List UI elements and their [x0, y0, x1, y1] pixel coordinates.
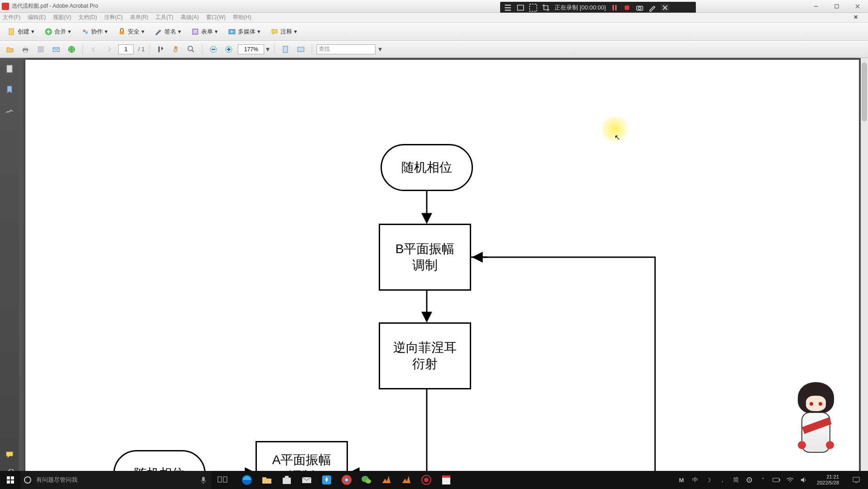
wechat-icon[interactable]	[361, 474, 372, 486]
svg-rect-22	[298, 47, 304, 52]
minimize-button[interactable]	[805, 0, 826, 13]
menu-window[interactable]: 窗口(W)	[206, 14, 226, 21]
recorder-close-icon[interactable]	[661, 4, 669, 12]
menubar: 文件(F) 编辑(E) 视图(V) 文档(D) 注释(C) 表单(R) 工具(T…	[0, 13, 868, 23]
multimedia-button[interactable]: 多媒体▾	[224, 25, 265, 38]
comment-button[interactable]: 注释▾	[266, 25, 301, 38]
comments-panel-icon[interactable]	[4, 449, 15, 460]
recorder-app-icon[interactable]	[420, 474, 432, 486]
ime-simp-icon[interactable]: 简	[732, 476, 740, 484]
menu-comment[interactable]: 注释(C)	[104, 14, 123, 21]
chrome-icon[interactable]	[341, 474, 352, 486]
print-icon[interactable]	[19, 43, 32, 56]
ime-lang-icon[interactable]: 中	[691, 476, 699, 484]
recorder-menu-icon[interactable]	[504, 4, 512, 12]
svg-point-47	[366, 479, 371, 484]
taskbar-clock[interactable]: 21:21 2022/5/28	[813, 474, 843, 486]
zoom-in-icon[interactable]	[222, 43, 235, 56]
desktop-pet-avatar[interactable]	[791, 382, 841, 464]
signatures-panel-icon[interactable]	[4, 105, 15, 116]
document-viewport[interactable]: ↖ 随机相位 B平面振幅调制 逆向菲涅耳衍射 随机相位 A平面振幅调制	[19, 58, 868, 485]
menu-file[interactable]: 文件(F)	[3, 14, 20, 21]
zoom-out-icon[interactable]	[207, 43, 220, 56]
sign-button[interactable]: 签名▾	[150, 25, 185, 38]
ime-comma-icon[interactable]: ，	[718, 476, 726, 484]
email-icon[interactable]	[50, 43, 63, 56]
svg-rect-23	[7, 65, 12, 72]
matlab-icon[interactable]	[381, 474, 392, 486]
fit-width-icon[interactable]	[279, 43, 292, 56]
svg-rect-39	[283, 478, 291, 484]
bookmarks-panel-icon[interactable]	[4, 84, 15, 95]
action-center-icon[interactable]	[848, 471, 864, 489]
scrollbar-thumb[interactable]	[862, 62, 867, 121]
svg-rect-40	[285, 476, 289, 478]
menu-tool[interactable]: 工具(T)	[155, 14, 173, 21]
tray-chevron-icon[interactable]: ˄	[759, 476, 767, 484]
taskbar-search[interactable]: 有问题尽管问我	[21, 471, 211, 489]
prev-page-icon[interactable]	[87, 43, 100, 56]
page-number-input[interactable]	[118, 44, 134, 54]
app-blue-icon[interactable]	[321, 474, 333, 486]
svg-rect-32	[7, 480, 10, 484]
menu-edit[interactable]: 编辑(E)	[28, 14, 46, 21]
matlab-icon-2[interactable]	[400, 474, 412, 486]
svg-rect-14	[24, 50, 27, 52]
hand-tool-icon[interactable]	[169, 43, 182, 56]
task-view-icon[interactable]	[217, 475, 227, 485]
vertical-scrollbar[interactable]	[861, 58, 868, 485]
find-dropdown-icon[interactable]: ▾	[378, 45, 382, 53]
merge-button[interactable]: 合并▾	[40, 25, 75, 38]
wifi-icon[interactable]	[786, 476, 794, 484]
next-page-icon[interactable]	[103, 43, 116, 56]
menu-document[interactable]: 文档(D)	[78, 14, 97, 21]
web-icon[interactable]	[65, 43, 78, 56]
svg-rect-35	[202, 477, 205, 481]
menu-view[interactable]: 视图(V)	[53, 14, 71, 21]
fit-page-icon[interactable]	[294, 43, 307, 56]
screen-recorder-bar[interactable]: 正在录制 [00:00:00]	[500, 2, 696, 14]
save-icon[interactable]	[34, 43, 47, 56]
maximize-button[interactable]	[826, 0, 847, 13]
menu-help[interactable]: 帮助(H)	[233, 14, 251, 21]
recorder-pause-icon[interactable]	[610, 4, 618, 12]
recorder-window-icon[interactable]	[516, 4, 525, 12]
close-doc-icon[interactable]: ✕	[854, 14, 858, 20]
battery-icon[interactable]	[772, 476, 781, 484]
mail-icon[interactable]	[301, 474, 313, 486]
recorder-camera-icon[interactable]	[636, 4, 644, 12]
merge-label: 合并	[54, 28, 66, 36]
volume-icon[interactable]	[800, 476, 808, 484]
close-window-button[interactable]	[847, 0, 868, 13]
ime-moon-icon[interactable]: ☽	[704, 476, 713, 484]
edge-icon[interactable]	[241, 474, 253, 486]
acrobat-taskbar-icon[interactable]	[440, 474, 452, 486]
open-icon[interactable]	[4, 43, 16, 56]
marquee-zoom-icon[interactable]	[185, 43, 198, 56]
svg-rect-36	[218, 477, 222, 482]
zoom-level-input[interactable]	[238, 44, 264, 54]
secure-button[interactable]: 安全▾	[114, 25, 149, 38]
recorder-region-icon[interactable]	[529, 4, 537, 12]
pages-panel-icon[interactable]	[4, 63, 15, 74]
select-tool-icon[interactable]	[154, 43, 167, 56]
menu-advanced[interactable]: 高级(A)	[181, 14, 199, 21]
svg-rect-0	[517, 5, 524, 10]
start-button[interactable]	[0, 471, 21, 489]
taskbar: 有问题尽管问我 M 中 ☽ ， 简 ˄ 21:21 2022/5/28	[0, 471, 868, 489]
recorder-pen-icon[interactable]	[648, 4, 656, 12]
menu-form[interactable]: 表单(R)	[130, 14, 149, 21]
titlebar: 选代流程图.pdf - Adobe Acrobat Pro	[0, 0, 868, 13]
find-input[interactable]	[317, 44, 376, 54]
ime-m-icon[interactable]: M	[677, 476, 685, 484]
create-button[interactable]: 创建▾	[4, 25, 39, 38]
mic-icon[interactable]	[200, 476, 207, 484]
file-explorer-icon[interactable]	[261, 474, 273, 486]
ime-gear-icon[interactable]	[745, 476, 753, 484]
zoom-dropdown-icon[interactable]: ▾	[266, 45, 270, 53]
store-icon[interactable]	[281, 474, 293, 486]
forms-button[interactable]: 表单▾	[187, 25, 222, 38]
recorder-stop-icon[interactable]	[623, 4, 631, 12]
collab-button[interactable]: 协作▾	[77, 25, 112, 38]
recorder-crop-icon[interactable]	[542, 4, 550, 12]
